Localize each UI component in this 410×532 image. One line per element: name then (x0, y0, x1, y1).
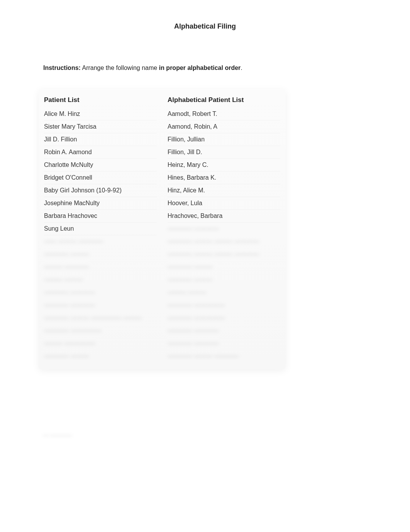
blurred-item: ———— ——— ——— ———— (168, 235, 280, 248)
blurred-item: ——— ——— (44, 274, 157, 286)
list-item: Sung Leun (44, 223, 157, 235)
patient-card: Patient List Alice M. Hinz Sister Mary T… (39, 89, 286, 369)
left-header: Patient List (44, 96, 157, 104)
blurred-item: ———— ————— (44, 325, 157, 337)
blurred-item: ———— ——— (44, 248, 157, 261)
instructions-text-after: . (241, 65, 242, 71)
right-column: Alphabetical Patient List Aamodt, Robert… (162, 89, 286, 369)
list-item: Jill D. Fillion (44, 133, 157, 146)
left-column: Patient List Alice M. Hinz Sister Mary T… (39, 89, 162, 369)
right-header: Alphabetical Patient List (168, 96, 280, 104)
blurred-item: ———— ———— (168, 337, 280, 350)
list-item: Hines, Barbara K. (168, 172, 280, 184)
blurred-item: ———— ——— (168, 274, 280, 286)
list-item: Heinz, Mary C. (168, 159, 280, 172)
list-item: Josephine MacNulty (44, 197, 157, 210)
page-title: Alphabetical Filing (0, 0, 410, 31)
instructions-label: Instructions: (43, 65, 81, 71)
blurred-item: ———— ————— (168, 299, 280, 312)
list-item: Alice M. Hinz (44, 108, 157, 121)
blurred-item: ———— ———— (168, 223, 280, 235)
list-item: Fillion, Jill D. (168, 146, 280, 159)
blurred-item: ———— ———— (168, 325, 280, 337)
blurred-item: ———— ——— (168, 261, 280, 274)
blurred-item: ———— ——— ——— ———— (168, 248, 280, 261)
list-item: Bridget O'Connell (44, 172, 157, 184)
instructions-text-before: Arrange the following name (81, 65, 159, 71)
list-item: Barbara Hrachovec (44, 210, 157, 223)
blurred-item: ———— ——— ————— ——— (44, 312, 157, 325)
instructions-bold-phrase: in proper alphabetical order (159, 65, 241, 71)
blurred-item: ———— ————— (168, 312, 280, 325)
blurred-item: ——— ————— (44, 337, 157, 350)
list-item: Sister Mary Tarcisa (44, 121, 157, 133)
footer-blurred: — ———— (43, 432, 72, 438)
blurred-item: ———— ———— (44, 286, 157, 299)
instructions: Instructions: Arrange the following name… (43, 65, 410, 71)
blurred-item: ——— ——— (168, 286, 280, 299)
blurred-item: —— ——— ———— (44, 235, 157, 248)
list-item: Hinz, Alice M. (168, 184, 280, 197)
list-item: Fillion, Jullian (168, 133, 280, 146)
list-item: Charlotte McNulty (44, 159, 157, 172)
list-item: Hrachovec, Barbara (168, 210, 280, 223)
list-item: Hoover, Lula (168, 197, 280, 210)
blurred-item: ——— ———— (44, 261, 157, 274)
list-item: Baby Girl Johnson (10-9-92) (44, 184, 157, 197)
list-item: Aamodt, Robert T. (168, 108, 280, 121)
columns: Patient List Alice M. Hinz Sister Mary T… (39, 89, 286, 369)
list-item: Robin A. Aamond (44, 146, 157, 159)
blurred-item: ———— ——— ———— (168, 350, 280, 362)
blurred-item: ———— ———— (44, 299, 157, 312)
list-item: Aamond, Robin, A (168, 121, 280, 133)
blurred-item: ———— ——— (44, 350, 157, 362)
